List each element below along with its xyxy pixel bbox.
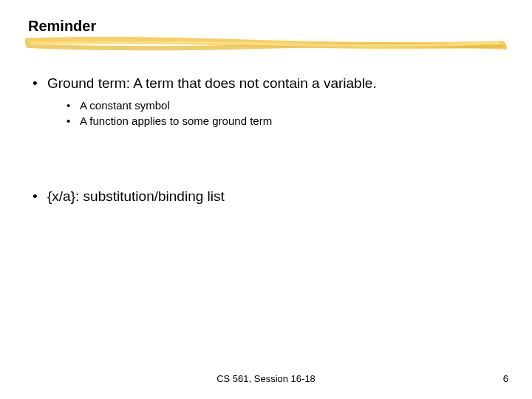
- slide-title: Reminder: [28, 18, 96, 35]
- sub-bullet-item: A constant symbol: [47, 98, 510, 114]
- page-number: 6: [503, 373, 508, 384]
- bullet-text: Ground term: A term that does not contai…: [47, 75, 377, 91]
- sub-bullet-item: A function applies to some ground term: [47, 113, 510, 129]
- bullet-item: Ground term: A term that does not contai…: [28, 74, 510, 129]
- bullet-text: {x/a}: substitution/binding list: [47, 188, 225, 204]
- bullet-item: {x/a}: substitution/binding list: [28, 187, 510, 206]
- bullet-list: Ground term: A term that does not contai…: [28, 74, 510, 129]
- slide-content: Ground term: A term that does not contai…: [28, 74, 510, 211]
- sub-bullet-list: A constant symbol A function applies to …: [47, 98, 510, 130]
- title-underline-icon: [25, 37, 507, 53]
- footer-text: CS 561, Session 16-18: [0, 373, 532, 384]
- slide: Reminder Ground term: A term that does n…: [0, 0, 532, 399]
- bullet-list: {x/a}: substitution/binding list: [28, 187, 510, 206]
- spacer: [28, 134, 510, 187]
